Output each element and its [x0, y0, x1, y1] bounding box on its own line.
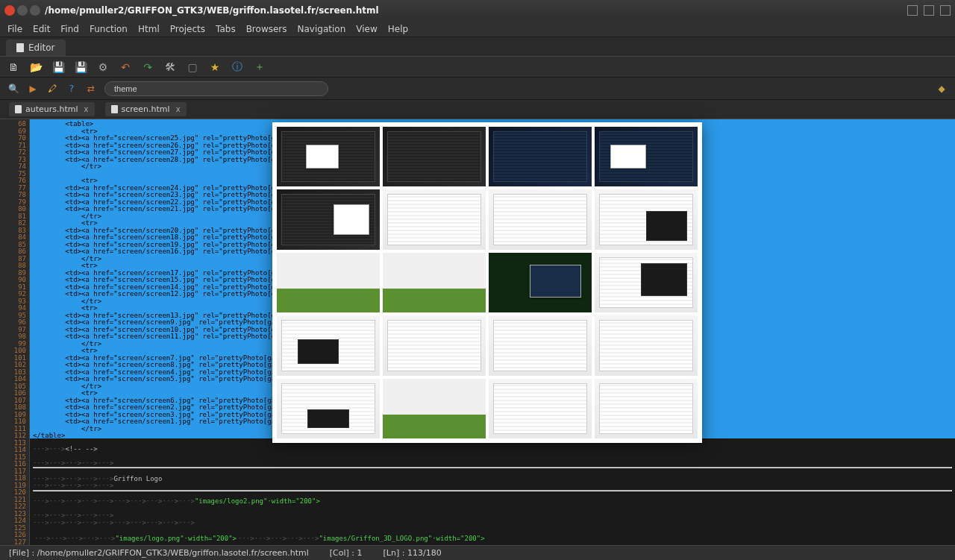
info-icon[interactable]: ⓘ: [231, 61, 243, 73]
tab-editor[interactable]: Editor: [6, 40, 66, 56]
menu-navigation[interactable]: Navigation: [298, 24, 346, 34]
menu-edit[interactable]: Edit: [33, 24, 50, 34]
file-tab-bar: auteurs.html x screen.html x: [0, 100, 955, 119]
gallery-thumbnail[interactable]: [595, 379, 698, 438]
code-content-lower: ···>···><!-- --> ···>···>···>···>···> ··…: [30, 438, 955, 545]
gallery-thumbnail[interactable]: [383, 253, 486, 312]
status-bar: [File] : /home/pmuller2/GRIFFON_GTK3/WEB…: [0, 545, 955, 560]
menu-function[interactable]: Function: [90, 24, 128, 34]
box-icon[interactable]: ▢: [187, 61, 198, 73]
redo-icon[interactable]: ↷: [142, 61, 154, 73]
gallery-thumbnail[interactable]: [277, 189, 380, 249]
menu-browsers[interactable]: Browsers: [246, 24, 287, 34]
tab-label: auteurs.html: [25, 104, 78, 114]
line-number-gutter: 68 69 70 71 72 73 74 75 76 77 78 79 80 8…: [0, 119, 30, 545]
gallery-thumbnail[interactable]: [595, 189, 698, 249]
menu-find[interactable]: Find: [60, 24, 79, 34]
search-input[interactable]: [104, 81, 328, 96]
tools-icon[interactable]: 🛠: [164, 61, 176, 73]
gallery-thumbnail[interactable]: [383, 379, 486, 438]
tab-label: screen.html: [122, 104, 170, 114]
editor-tab-bar: Editor: [0, 37, 955, 57]
close-icon[interactable]: x: [84, 105, 89, 113]
gallery-thumbnail[interactable]: [595, 253, 698, 312]
add-icon[interactable]: ＋: [254, 61, 266, 73]
gallery-thumbnail[interactable]: [595, 127, 698, 186]
file-tab-screen[interactable]: screen.html x: [105, 102, 187, 116]
toggle-icon[interactable]: ◆: [936, 83, 948, 95]
undo-icon[interactable]: ↶: [119, 61, 131, 73]
window-minimize-button[interactable]: [17, 5, 28, 16]
tray-icon[interactable]: [940, 5, 951, 16]
menu-tabs[interactable]: Tabs: [216, 24, 236, 34]
new-file-icon[interactable]: 🗎: [7, 61, 19, 73]
gallery-thumbnail[interactable]: [489, 127, 592, 186]
open-file-icon[interactable]: 📂: [30, 61, 42, 73]
bookmark-icon[interactable]: ★: [209, 61, 221, 73]
settings-icon[interactable]: ⚙: [97, 61, 109, 73]
window-maximize-button[interactable]: [30, 5, 40, 16]
document-icon: [111, 105, 118, 113]
menu-projects[interactable]: Projects: [170, 24, 205, 34]
gallery-thumbnail[interactable]: [489, 379, 592, 438]
document-icon: [15, 105, 22, 113]
menu-bar: File Edit Find Function Html Projects Ta…: [0, 21, 955, 37]
search-bar: 🔍 ▶ 🖍 ? ⇄ ◆: [0, 78, 955, 100]
gallery-thumbnail[interactable]: [277, 253, 380, 312]
gallery-thumbnail[interactable]: [595, 315, 698, 375]
gallery-thumbnail[interactable]: [383, 127, 486, 186]
replace-icon[interactable]: ⇄: [85, 83, 97, 95]
status-ln: [Ln] : 113/180: [383, 548, 442, 558]
system-tray: [907, 5, 951, 16]
toolbar: 🗎 📂 💾 💾 ⚙ ↶ ↷ 🛠 ▢ ★ ⓘ ＋: [0, 57, 955, 78]
search-icon[interactable]: 🔍: [7, 83, 19, 95]
status-file: [File] : /home/pmuller2/GRIFFON_GTK3/WEB…: [9, 548, 309, 558]
tray-icon[interactable]: [907, 5, 918, 16]
gallery-thumbnail[interactable]: [277, 379, 380, 438]
window-title: /home/pmuller2/GRIFFON_GTK3/WEB/griffon.…: [45, 5, 379, 16]
next-icon[interactable]: ▶: [27, 83, 39, 95]
menu-file[interactable]: File: [7, 24, 22, 34]
file-tab-auteurs[interactable]: auteurs.html x: [9, 102, 95, 116]
gallery-thumbnail[interactable]: [489, 315, 592, 375]
menu-html[interactable]: Html: [138, 24, 160, 34]
save-all-icon[interactable]: 💾: [75, 61, 87, 73]
tab-label: Editor: [28, 43, 55, 53]
gallery-thumbnail[interactable]: [383, 315, 486, 375]
screenshot-gallery-panel[interactable]: [272, 122, 702, 443]
menu-help[interactable]: Help: [388, 24, 408, 34]
window-titlebar: /home/pmuller2/GRIFFON_GTK3/WEB/griffon.…: [0, 0, 955, 21]
gallery-thumbnail[interactable]: [489, 253, 592, 312]
close-icon[interactable]: x: [176, 105, 181, 113]
help-icon[interactable]: ?: [66, 83, 78, 95]
gallery-thumbnail[interactable]: [277, 127, 380, 186]
gallery-thumbnail[interactable]: [383, 189, 486, 249]
tray-icon[interactable]: [924, 5, 934, 16]
window-close-button[interactable]: [4, 5, 15, 16]
document-icon: [16, 43, 24, 52]
gallery-thumbnail[interactable]: [277, 315, 380, 375]
gallery-thumbnail[interactable]: [489, 189, 592, 249]
status-col: [Col] : 1: [330, 548, 363, 558]
menu-view[interactable]: View: [356, 24, 377, 34]
save-icon[interactable]: 💾: [52, 61, 64, 73]
highlight-icon[interactable]: 🖍: [46, 83, 58, 95]
